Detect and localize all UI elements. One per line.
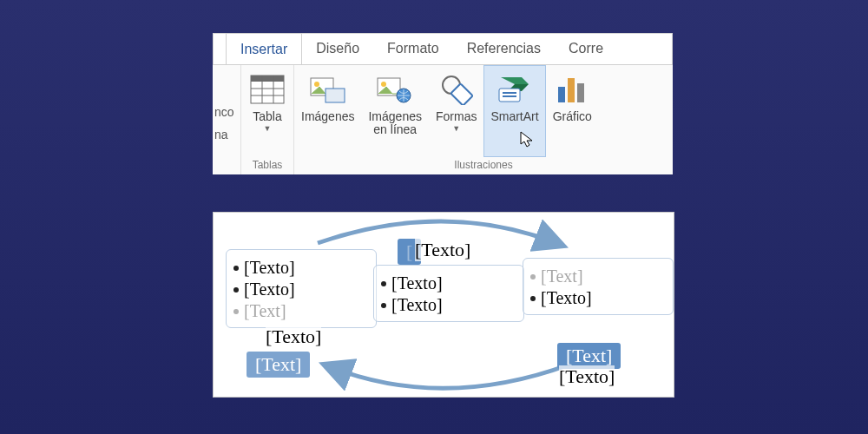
ribbon: Insertar Diseño Formato Referencias Corr… [213, 33, 673, 174]
shapes-label: Formas [436, 110, 477, 123]
smartart-button[interactable]: SmartArt [483, 65, 545, 157]
truncated-left-labels: nco na [213, 65, 241, 174]
node3-text2[interactable]: [Texto] [541, 287, 592, 309]
smartart-icon [496, 70, 534, 108]
node2-title-front[interactable]: [Texto] [415, 239, 470, 261]
truncated-text-1: nco [214, 104, 239, 122]
node1-text-faded: [Text] [244, 300, 286, 322]
images-online-button[interactable]: Imágenes en línea [361, 65, 428, 157]
node3-text-faded: [Text] [541, 266, 583, 287]
node1-title-front[interactable]: [Texto] [266, 326, 321, 348]
chevron-down-icon: ▼ [264, 125, 272, 133]
svg-rect-17 [499, 89, 520, 102]
smartart-canvas[interactable]: [Texto] [Texto] [Text] [Texto] [Text] [ … [213, 212, 674, 398]
svg-rect-1 [251, 76, 284, 82]
ribbon-tabs: Insertar Diseño Formato Referencias Corr… [213, 33, 673, 65]
tab-formato[interactable]: Formato [373, 33, 453, 64]
group-illustrations: Imágenes Imágenes en línea [294, 65, 673, 174]
tab-insertar[interactable]: Insertar [226, 33, 302, 65]
chart-icon [553, 70, 591, 108]
group-label-tables: Tablas [241, 157, 293, 174]
table-icon [248, 70, 286, 108]
tab-correspondencia-truncated[interactable]: Corre [555, 33, 617, 64]
images-online-label-2: en línea [373, 123, 417, 136]
svg-rect-22 [568, 78, 575, 102]
svg-point-7 [314, 82, 319, 87]
node2-text1[interactable]: [Texto] [391, 273, 443, 294]
images-button[interactable]: Imágenes [294, 65, 361, 157]
table-label: Tabla [253, 110, 281, 123]
picture-online-icon [376, 70, 414, 108]
node3-title-front[interactable]: [Texto] [559, 365, 615, 388]
images-online-label-1: Imágenes [368, 110, 421, 123]
picture-icon [309, 70, 347, 108]
truncated-text-2: na [214, 127, 239, 144]
smartart-node-2[interactable]: [Texto] [Texto] [373, 265, 524, 322]
svg-point-11 [381, 82, 386, 87]
smartart-label: SmartArt [490, 110, 538, 123]
node1-text1[interactable]: [Texto] [244, 257, 295, 279]
svg-rect-23 [577, 83, 584, 102]
table-button[interactable]: Tabla ▼ [241, 65, 293, 157]
svg-marker-20 [521, 132, 532, 147]
svg-rect-9 [326, 89, 345, 102]
tab-referencias[interactable]: Referencias [453, 33, 555, 64]
chart-label: Gráfico [553, 110, 592, 123]
tab-diseno[interactable]: Diseño [302, 33, 373, 64]
group-label-illustrations: Ilustraciones [294, 157, 673, 174]
ribbon-body: nco na Tabla [213, 65, 673, 174]
smartart-node-3[interactable]: [Text] [Texto] [523, 258, 674, 315]
shapes-icon [437, 70, 476, 108]
group-tables: Tabla ▼ Tablas [241, 65, 294, 174]
node1-text2[interactable]: [Texto] [244, 279, 295, 300]
svg-marker-15 [501, 77, 529, 84]
smartart-node-1[interactable]: [Texto] [Texto] [Text] [226, 249, 377, 328]
shapes-button[interactable]: Formas ▼ [429, 65, 483, 157]
images-label: Imágenes [301, 110, 354, 123]
svg-rect-21 [558, 87, 565, 102]
node2-text2[interactable]: [Texto] [391, 294, 443, 316]
chart-button[interactable]: Gráfico [546, 65, 602, 157]
node1-title-badge[interactable]: [Text] [247, 352, 310, 378]
svg-rect-14 [450, 83, 472, 105]
chevron-down-icon: ▼ [452, 125, 460, 133]
mouse-cursor-icon [520, 131, 534, 148]
